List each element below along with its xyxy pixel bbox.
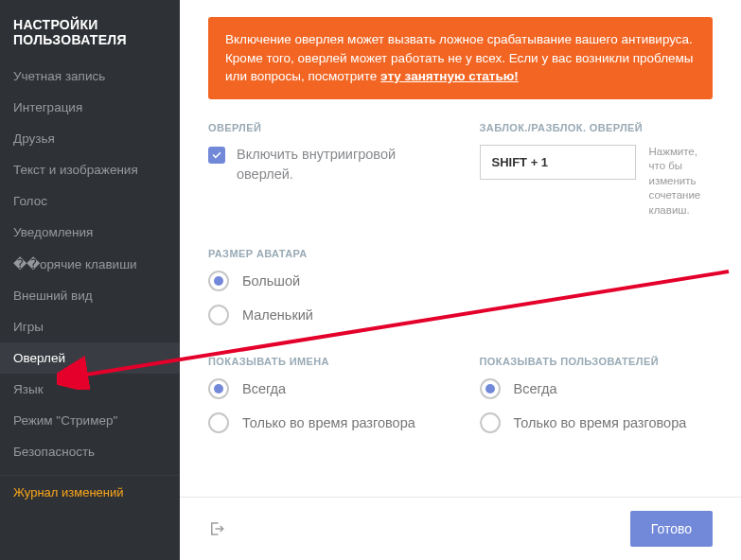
avatar-size-label: РАЗМЕР АВАТАРА <box>208 248 713 259</box>
overlay-checkbox-label: Включить внутриигровой оверлей. <box>237 145 442 184</box>
logout-icon[interactable] <box>208 520 225 537</box>
sidebar-item-games[interactable]: Игры <box>0 311 180 342</box>
sidebar-title: НАСТРОЙКИ ПОЛЬЗОВАТЕЛЯ <box>0 17 180 61</box>
show-users-section: ПОКАЗЫВАТЬ ПОЛЬЗОВАТЕЛЕЙ Всегда Только в… <box>480 356 714 446</box>
keybind-section: ЗАБЛОК./РАЗБЛОК. ОВЕРЛЕЙ SHIFT + 1 Нажми… <box>480 122 714 219</box>
radio-label: Маленький <box>242 307 313 323</box>
radio-label: Всегда <box>242 381 286 396</box>
overlay-checkbox[interactable] <box>208 147 225 164</box>
show-users-label: ПОКАЗЫВАТЬ ПОЛЬЗОВАТЕЛЕЙ <box>480 356 714 367</box>
radio-icon <box>208 305 229 325</box>
avatar-size-section: РАЗМЕР АВАТАРА Большой Маленький <box>208 248 713 325</box>
sidebar-item-voice[interactable]: Голос <box>0 185 180 217</box>
sidebar-item-friends[interactable]: Друзья <box>0 123 180 154</box>
radio-icon <box>208 378 229 399</box>
sidebar: НАСТРОЙКИ ПОЛЬЗОВАТЕЛЯ Учетная запись Ин… <box>0 0 180 560</box>
radio-icon <box>208 271 229 291</box>
show-users-always[interactable]: Всегда <box>480 378 714 399</box>
sidebar-changelog[interactable]: Журнал изменений <box>0 475 180 509</box>
radio-icon <box>480 378 501 399</box>
overlay-section-label: ОВЕРЛЕЙ <box>208 122 442 133</box>
sidebar-item-notifications[interactable]: Уведомления <box>0 217 180 248</box>
sidebar-item-integrations[interactable]: Интеграция <box>0 92 180 123</box>
sidebar-item-hotkeys[interactable]: ��орячие клавиши <box>0 248 180 280</box>
content-area: Включение оверлея может вызвать ложное с… <box>180 0 741 497</box>
done-button[interactable]: Готово <box>630 511 713 547</box>
avatar-size-option-large[interactable]: Большой <box>208 271 713 291</box>
footer: Готово <box>180 497 741 560</box>
sidebar-item-appearance[interactable]: Внешний вид <box>0 280 180 311</box>
warning-link[interactable]: эту занятную статью! <box>380 69 519 83</box>
keybind-hint: Нажмите, что бы изменить сочетание клави… <box>649 145 714 219</box>
radio-icon <box>208 412 229 433</box>
check-icon <box>211 149 222 161</box>
warning-banner: Включение оверлея может вызвать ложное с… <box>208 17 713 99</box>
sidebar-item-streamer[interactable]: Режим "Стример" <box>0 405 180 436</box>
sidebar-item-text-images[interactable]: Текст и изображения <box>0 154 180 185</box>
radio-label: Только во время разговора <box>242 415 415 430</box>
radio-label: Только во время разговора <box>514 415 687 430</box>
radio-label: Большой <box>242 273 300 289</box>
radio-label: Всегда <box>514 381 557 396</box>
show-names-label: ПОКАЗЫВАТЬ ИМЕНА <box>208 356 442 367</box>
keybind-input[interactable]: SHIFT + 1 <box>480 145 636 180</box>
radio-icon <box>480 412 501 433</box>
sidebar-item-overlay[interactable]: Оверлей <box>0 342 180 374</box>
sidebar-item-security[interactable]: Безопасность <box>0 436 180 467</box>
sidebar-item-account[interactable]: Учетная запись <box>0 61 180 92</box>
show-names-always[interactable]: Всегда <box>208 378 442 399</box>
main-panel: Включение оверлея может вызвать ложное с… <box>180 0 741 560</box>
overlay-enable-section: ОВЕРЛЕЙ Включить внутриигровой оверлей. <box>208 122 442 219</box>
show-names-section: ПОКАЗЫВАТЬ ИМЕНА Всегда Только во время … <box>208 356 442 446</box>
keybind-section-label: ЗАБЛОК./РАЗБЛОК. ОВЕРЛЕЙ <box>480 122 714 133</box>
show-users-talking[interactable]: Только во время разговора <box>480 412 714 433</box>
show-names-talking[interactable]: Только во время разговора <box>208 412 442 433</box>
avatar-size-option-small[interactable]: Маленький <box>208 305 713 325</box>
sidebar-item-language[interactable]: Язык <box>0 374 180 405</box>
